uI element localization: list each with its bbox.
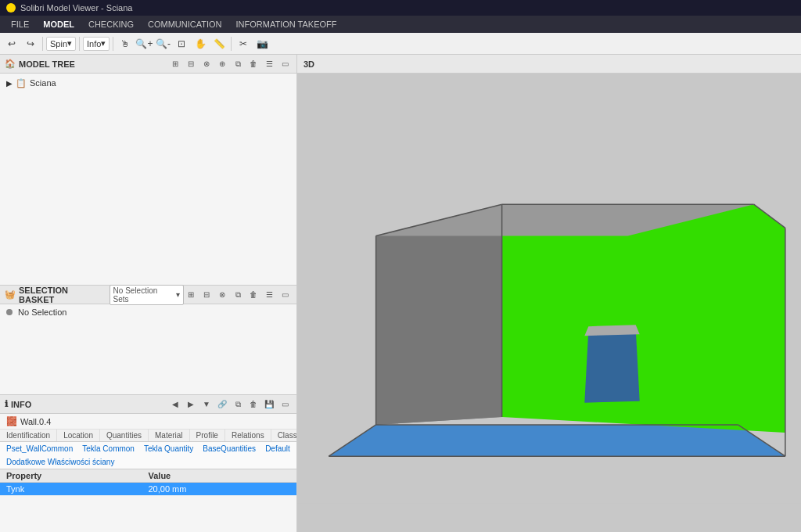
tree-settings-button[interactable]: ⊕ (215, 57, 229, 71)
info-next-button[interactable]: ▶ (184, 397, 198, 412)
selection-basket-header: 🧺 SELECTION BASKET No Selection Sets ▾ ⊞… (0, 286, 296, 304)
zoom-in-button[interactable]: 🔍+ (135, 35, 153, 52)
info-section: ℹ INFO ◀ ▶ ▼ 🔗 ⧉ 🗑 💾 ▭ 🧱 Wall.0.4 (0, 395, 296, 532)
wall-icon: 🧱 (6, 416, 17, 426)
app-icon (6, 3, 16, 13)
tree-more1-button[interactable]: ☰ (262, 57, 276, 71)
tree-collapse-button[interactable]: ⊟ (184, 57, 198, 71)
tree-delete-button[interactable]: 🗑 (246, 57, 260, 71)
tree-filter-button[interactable]: ⊗ (199, 57, 214, 71)
basket-copy-button[interactable]: ⧉ (231, 288, 245, 302)
info-row-tynk[interactable]: Tynk 20,00 mm (0, 483, 296, 496)
info-title: ℹ INFO (5, 399, 31, 409)
basket-more2-button[interactable]: ▭ (278, 288, 292, 302)
viewport: 3D (297, 55, 801, 532)
menu-communication[interactable]: COMMUNICATION (142, 18, 228, 31)
menu-information-takeoff[interactable]: INFORMATION TAKEOFF (230, 18, 343, 31)
tree-item-label: Sciana (30, 78, 56, 88)
undo-button[interactable]: ↩ (3, 35, 20, 52)
info-header: ℹ INFO ◀ ▶ ▼ 🔗 ⧉ 🗑 💾 ▭ (0, 395, 296, 414)
tree-copy-button[interactable]: ⧉ (231, 57, 245, 71)
basket-delete-button[interactable]: 🗑 (246, 288, 260, 302)
menu-file[interactable]: FILE (5, 18, 35, 31)
menubar: FILE MODEL CHECKING COMMUNICATION INFORM… (0, 16, 801, 33)
tab-identification[interactable]: Identification (0, 430, 57, 441)
tree-root-item[interactable]: ▶ 📋 Sciana (0, 75, 296, 91)
toolbar-separator-4 (231, 37, 232, 51)
spin-dropdown[interactable]: Spin ▾ (46, 37, 76, 51)
subtab-tekla-common[interactable]: Tekla Common (79, 444, 138, 454)
snapshot-button[interactable]: 📷 (253, 35, 271, 52)
model-tree-tools: ⊞ ⊟ ⊗ ⊕ ⧉ 🗑 ☰ ▭ (168, 57, 292, 71)
model-tree-content: ▶ 📋 Sciana (0, 74, 296, 285)
subtab-tekla-quantity[interactable]: Tekla Quantity (141, 444, 196, 454)
tree-expand-button[interactable]: ⊞ (168, 57, 182, 71)
tab-location[interactable]: Location (57, 430, 100, 441)
titlebar: Solibri Model Viewer - Sciana (0, 0, 801, 16)
house-icon: 🏠 (5, 59, 16, 69)
tab-material[interactable]: Material (149, 430, 190, 441)
door-opening (584, 329, 639, 403)
subtab-default[interactable]: Default (262, 444, 293, 454)
left-panel: 🏠 MODEL TREE ⊞ ⊟ ⊗ ⊕ ⧉ 🗑 ☰ ▭ ▶ 📋 (0, 55, 297, 532)
info-delete-button[interactable]: 🗑 (246, 397, 260, 412)
app-title: Solibri Model Viewer - Sciana (20, 3, 132, 13)
toolbar: ↩ ↪ Spin ▾ Info ▾ 🖱 🔍+ 🔍- ⊡ ✋ 📏 ✂ 📷 (0, 33, 801, 55)
select-tool[interactable]: 🖱 (117, 35, 134, 52)
info-table-header: Property Value (0, 469, 296, 483)
info-save-button[interactable]: 💾 (262, 397, 276, 412)
basket-more1-button[interactable]: ☰ (262, 288, 276, 302)
fit-view-button[interactable]: ⊡ (173, 35, 190, 52)
tab-profile[interactable]: Profile (190, 430, 225, 441)
menu-model[interactable]: MODEL (37, 18, 81, 31)
pan-button[interactable]: ✋ (192, 35, 209, 52)
zoom-out-button[interactable]: 🔍- (154, 35, 171, 52)
value-cell: 20,00 mm (149, 484, 291, 494)
basket-content: No Selection (0, 304, 296, 394)
basket-collapse-button[interactable]: ⊟ (199, 288, 214, 302)
basket-dropdown[interactable]: No Selection Sets ▾ (110, 285, 184, 305)
element-name-label: Wall.0.4 (20, 417, 51, 426)
redo-button[interactable]: ↪ (22, 35, 39, 52)
section-cut[interactable]: ✂ (235, 35, 252, 52)
info-prev-button[interactable]: ◀ (168, 397, 182, 412)
info-more-button[interactable]: ▭ (278, 397, 292, 412)
tab-classification[interactable]: Classification (271, 430, 296, 441)
info-table: Property Value Tynk 20,00 mm (0, 469, 296, 532)
viewport-header: 3D (297, 55, 801, 74)
info-down-button[interactable]: ▼ (199, 397, 214, 412)
info-copy-button[interactable]: ⧉ (231, 397, 245, 412)
basket-filter-button[interactable]: ⊗ (215, 288, 229, 302)
basket-expand-button[interactable]: ⊞ (184, 288, 198, 302)
door-top (584, 325, 639, 336)
spin-arrow: ▾ (67, 38, 72, 49)
tab-relations[interactable]: Relations (225, 430, 271, 441)
main-layout: 🏠 MODEL TREE ⊞ ⊟ ⊗ ⊕ ⧉ 🗑 ☰ ▭ ▶ 📋 (0, 55, 801, 532)
spin-label: Spin (50, 39, 67, 49)
toolbar-separator-1 (42, 37, 43, 51)
basket-tools: ⊞ ⊟ ⊗ ⧉ 🗑 ☰ ▭ (184, 288, 292, 302)
basket-left: 🧺 SELECTION BASKET No Selection Sets ▾ (5, 285, 184, 305)
measure-button[interactable]: 📏 (210, 35, 228, 52)
info-dropdown[interactable]: Info ▾ (83, 37, 110, 51)
viewport-title: 3D (304, 59, 314, 69)
left-side-wall (376, 204, 502, 425)
3d-scene[interactable] (297, 74, 801, 532)
subtab-dodatkowe[interactable]: Dodatkowe Właściwości ściany (3, 457, 117, 467)
subtab-pset-wallcommon[interactable]: Pset_WallCommon (3, 444, 76, 454)
value-header: Value (149, 471, 291, 480)
tab-quantities[interactable]: Quantities (100, 430, 149, 441)
tree-arrow: ▶ (6, 79, 13, 88)
info-tabs: Identification Location Quantities Mater… (0, 430, 296, 442)
model-tree-title: 🏠 MODEL TREE (5, 59, 75, 69)
no-selection-text: No Selection Sets (113, 286, 174, 304)
tree-more2-button[interactable]: ▭ (278, 57, 292, 71)
info-subtabs: Pset_WallCommon Tekla Common Tekla Quant… (0, 442, 296, 469)
toolbar-separator-2 (79, 37, 80, 51)
floor-polygon (329, 425, 785, 456)
property-header: Property (6, 471, 149, 480)
subtab-base-quantities[interactable]: BaseQuantities (199, 444, 259, 454)
menu-checking[interactable]: CHECKING (82, 18, 140, 31)
info-link-button[interactable]: 🔗 (215, 397, 229, 412)
toolbar-separator-3 (113, 37, 113, 51)
